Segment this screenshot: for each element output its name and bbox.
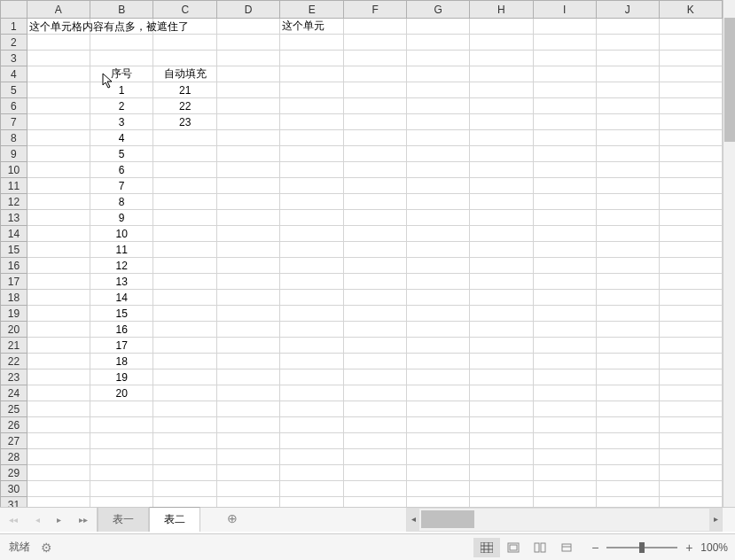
column-header-D[interactable]: D xyxy=(217,1,280,19)
cell-G24[interactable] xyxy=(407,385,470,401)
cell-I13[interactable] xyxy=(533,210,596,226)
cell-G14[interactable] xyxy=(407,226,470,242)
cell-F17[interactable] xyxy=(344,274,407,290)
cell-K4[interactable] xyxy=(659,66,722,82)
cell-D1[interactable] xyxy=(217,19,280,35)
cell-D23[interactable] xyxy=(217,369,280,385)
cell-D6[interactable] xyxy=(217,98,280,114)
zoom-track[interactable] xyxy=(606,547,677,548)
cell-G31[interactable] xyxy=(407,497,470,508)
cell-K25[interactable] xyxy=(659,401,722,417)
cell-G8[interactable] xyxy=(407,130,470,146)
cell-E1[interactable]: 这个单元 xyxy=(280,19,344,35)
cell-I18[interactable] xyxy=(533,290,596,306)
column-header-A[interactable]: A xyxy=(27,1,90,19)
cell-K8[interactable] xyxy=(659,130,722,146)
cell-H30[interactable] xyxy=(470,481,533,497)
cell-J7[interactable] xyxy=(596,114,659,130)
cell-A5[interactable] xyxy=(27,82,90,98)
tab-nav-last-icon[interactable]: ▸▸ xyxy=(79,515,88,525)
cell-J9[interactable] xyxy=(596,146,659,162)
cell-H27[interactable] xyxy=(470,433,533,449)
column-header-H[interactable]: H xyxy=(470,1,533,19)
cell-A26[interactable] xyxy=(27,417,90,433)
cell-A27[interactable] xyxy=(27,433,90,449)
cell-J1[interactable] xyxy=(596,19,659,35)
cell-D25[interactable] xyxy=(217,401,280,417)
cell-J30[interactable] xyxy=(596,481,659,497)
column-header-E[interactable]: E xyxy=(280,1,344,19)
cell-F3[interactable] xyxy=(344,51,407,66)
view-page-layout-button[interactable] xyxy=(500,538,527,557)
cell-J17[interactable] xyxy=(596,274,659,290)
select-all-corner[interactable] xyxy=(1,1,27,19)
cell-H17[interactable] xyxy=(470,274,533,290)
cell-C24[interactable] xyxy=(153,385,217,401)
cell-F8[interactable] xyxy=(344,130,407,146)
cell-A14[interactable] xyxy=(27,226,90,242)
cell-F2[interactable] xyxy=(344,35,407,51)
cell-D29[interactable] xyxy=(217,465,280,481)
cell-I7[interactable] xyxy=(533,114,596,130)
cell-K13[interactable] xyxy=(659,210,722,226)
cell-B23[interactable]: 19 xyxy=(90,369,152,385)
vertical-scrollbar[interactable] xyxy=(723,0,735,507)
cell-E5[interactable] xyxy=(280,82,344,98)
cell-B17[interactable]: 13 xyxy=(90,274,152,290)
cell-C22[interactable] xyxy=(153,354,217,369)
cell-I31[interactable] xyxy=(533,497,596,508)
cell-B12[interactable]: 8 xyxy=(90,194,152,210)
row-header-29[interactable]: 29 xyxy=(1,465,27,481)
cell-D10[interactable] xyxy=(217,162,280,178)
row-header-5[interactable]: 5 xyxy=(1,82,27,98)
cell-E31[interactable] xyxy=(280,497,344,508)
cell-K7[interactable] xyxy=(659,114,722,130)
cell-E14[interactable] xyxy=(280,226,344,242)
cell-I21[interactable] xyxy=(533,338,596,354)
cell-I1[interactable] xyxy=(533,19,596,35)
cell-A21[interactable] xyxy=(27,338,90,354)
cell-D27[interactable] xyxy=(217,433,280,449)
row-header-20[interactable]: 20 xyxy=(1,322,27,338)
cell-D19[interactable] xyxy=(217,306,280,322)
cell-I27[interactable] xyxy=(533,433,596,449)
cell-J11[interactable] xyxy=(596,178,659,194)
cell-C12[interactable] xyxy=(153,194,217,210)
cell-K24[interactable] xyxy=(659,385,722,401)
cell-I26[interactable] xyxy=(533,417,596,433)
cell-K9[interactable] xyxy=(659,146,722,162)
cell-G28[interactable] xyxy=(407,449,470,465)
cell-C5[interactable]: 21 xyxy=(153,82,217,98)
cell-A10[interactable] xyxy=(27,162,90,178)
cell-I22[interactable] xyxy=(533,354,596,369)
cell-B25[interactable] xyxy=(90,401,152,417)
cell-B10[interactable]: 6 xyxy=(90,162,152,178)
cell-K14[interactable] xyxy=(659,226,722,242)
cell-K21[interactable] xyxy=(659,338,722,354)
cell-F28[interactable] xyxy=(344,449,407,465)
cell-F12[interactable] xyxy=(344,194,407,210)
row-header-17[interactable]: 17 xyxy=(1,274,27,290)
cell-G21[interactable] xyxy=(407,338,470,354)
cell-F5[interactable] xyxy=(344,82,407,98)
cell-D14[interactable] xyxy=(217,226,280,242)
cell-B29[interactable] xyxy=(90,465,152,481)
cell-G20[interactable] xyxy=(407,322,470,338)
row-header-2[interactable]: 2 xyxy=(1,35,27,51)
cell-J14[interactable] xyxy=(596,226,659,242)
cell-J2[interactable] xyxy=(596,35,659,51)
cell-E22[interactable] xyxy=(280,354,344,369)
cell-C13[interactable] xyxy=(153,210,217,226)
cell-D26[interactable] xyxy=(217,417,280,433)
cell-E16[interactable] xyxy=(280,258,344,274)
cell-C23[interactable] xyxy=(153,369,217,385)
row-header-10[interactable]: 10 xyxy=(1,162,27,178)
cell-J18[interactable] xyxy=(596,290,659,306)
cell-H20[interactable] xyxy=(470,322,533,338)
cell-I11[interactable] xyxy=(533,178,596,194)
cell-A16[interactable] xyxy=(27,258,90,274)
cell-G15[interactable] xyxy=(407,242,470,258)
cell-B14[interactable]: 10 xyxy=(90,226,152,242)
cell-F19[interactable] xyxy=(344,306,407,322)
column-header-J[interactable]: J xyxy=(596,1,659,19)
